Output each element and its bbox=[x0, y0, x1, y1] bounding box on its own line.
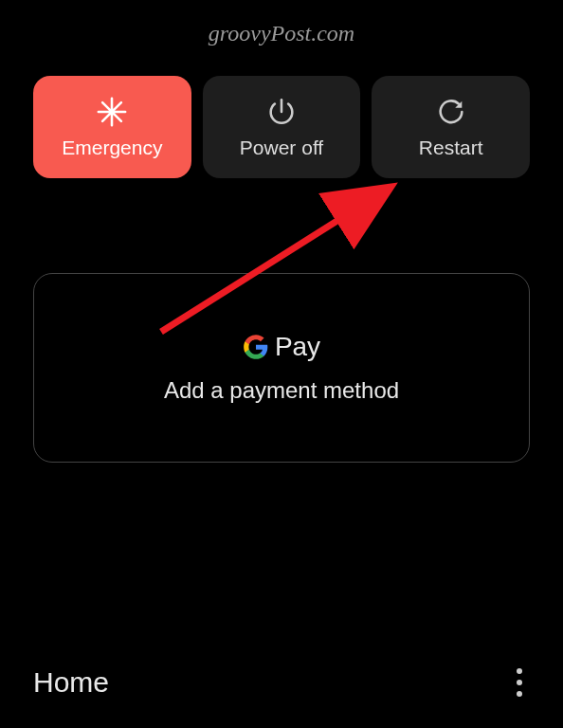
emergency-label: Emergency bbox=[62, 136, 162, 159]
restart-label: Restart bbox=[419, 136, 483, 159]
gpay-subtitle: Add a payment method bbox=[164, 377, 399, 404]
dot-icon bbox=[517, 691, 522, 697]
google-g-icon bbox=[243, 334, 269, 360]
gpay-brand-text: Pay bbox=[275, 332, 320, 362]
restart-button[interactable]: Restart bbox=[372, 76, 530, 178]
dot-icon bbox=[517, 668, 522, 674]
more-menu-button[interactable] bbox=[509, 661, 530, 704]
power-off-button[interactable]: Power off bbox=[203, 76, 361, 178]
emergency-button[interactable]: Emergency bbox=[33, 76, 191, 178]
home-label: Home bbox=[33, 666, 109, 699]
bottom-bar: Home bbox=[0, 661, 563, 704]
power-off-label: Power off bbox=[240, 136, 323, 159]
power-icon bbox=[264, 95, 299, 129]
gpay-card[interactable]: Pay Add a payment method bbox=[33, 273, 530, 463]
dot-icon bbox=[517, 680, 522, 685]
watermark-text: groovyPost.com bbox=[209, 21, 354, 46]
restart-icon bbox=[434, 95, 468, 129]
gpay-logo: Pay bbox=[243, 332, 320, 362]
emergency-icon bbox=[95, 95, 129, 129]
